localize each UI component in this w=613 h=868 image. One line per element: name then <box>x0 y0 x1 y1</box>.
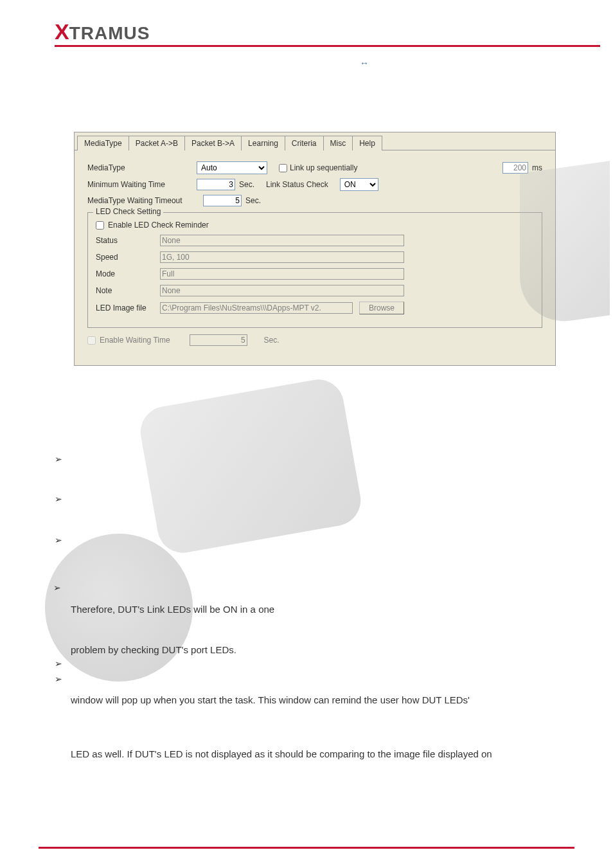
input-mt-timeout[interactable] <box>203 195 242 206</box>
body-line-3: window will pop up when you start the ta… <box>71 693 470 707</box>
group-title-led: LED Check Setting <box>93 207 163 216</box>
label-enable-led: Enable LED Check Reminder <box>108 221 209 230</box>
bullet-icon: ➢ <box>53 583 61 593</box>
checkbox-link-up-seq[interactable] <box>279 164 287 172</box>
body-line-1: Therefore, DUT's Link LEDs will be ON in… <box>71 602 274 616</box>
label-mediatype: MediaType <box>87 163 197 172</box>
label-min-wait: Minimum Waiting Time <box>87 180 197 189</box>
bullet-icon: ➢ <box>55 658 62 669</box>
row-mediatype: MediaType Auto Link up sequentially ms <box>75 159 555 176</box>
unit-sec-1: Sec. <box>239 180 254 189</box>
settings-dialog: MediaType Packet A->B Packet B->A Learni… <box>74 132 556 366</box>
input-note <box>160 285 404 296</box>
input-min-wait[interactable] <box>197 179 235 190</box>
row-mt-timeout: MediaType Waiting Timeout Sec. <box>75 193 555 208</box>
tab-bar: MediaType Packet A->B Packet B->A Learni… <box>75 132 555 150</box>
body-line-4: LED as well. If DUT's LED is not display… <box>71 747 492 761</box>
tab-mediatype[interactable]: MediaType <box>77 136 129 150</box>
arrow-symbol: ↔ <box>360 58 369 68</box>
logo-rest: TRAMUS <box>69 23 150 43</box>
select-link-status[interactable]: ON <box>340 178 378 191</box>
checkbox-enable-wait <box>87 336 96 345</box>
brand-logo: XTRAMUS <box>55 19 150 44</box>
tab-help[interactable]: Help <box>352 136 382 150</box>
input-mode <box>160 268 404 280</box>
unit-ms: ms <box>532 163 542 172</box>
tab-criteria[interactable]: Criteria <box>285 136 324 150</box>
label-mode: Mode <box>96 269 160 278</box>
input-status <box>160 235 404 246</box>
label-note: Note <box>96 286 160 295</box>
tab-misc[interactable]: Misc <box>323 136 353 150</box>
bullet-icon: ➢ <box>55 535 62 545</box>
label-link-status: Link Status Check <box>266 180 328 189</box>
body-line-2: problem by checking DUT's port LEDs. <box>71 643 236 656</box>
bullet-icon: ➢ <box>55 494 62 504</box>
bullet-icon: ➢ <box>55 454 62 464</box>
footer-divider <box>39 847 574 849</box>
label-speed: Speed <box>96 253 160 262</box>
input-enable-wait <box>190 334 247 346</box>
tab-packet-ab[interactable]: Packet A->B <box>129 136 185 150</box>
group-led-check: LED Check Setting Enable LED Check Remin… <box>87 212 542 328</box>
unit-sec-3: Sec. <box>264 336 280 345</box>
tab-packet-ba[interactable]: Packet B->A <box>184 136 242 150</box>
label-mt-timeout: MediaType Waiting Timeout <box>87 196 203 205</box>
label-status: Status <box>96 236 160 245</box>
label-link-up-seq: Link up sequentially <box>290 163 357 172</box>
tab-learning[interactable]: Learning <box>241 136 285 150</box>
label-led-image: LED Image file <box>96 303 160 312</box>
input-ms[interactable] <box>502 162 528 174</box>
bullet-icon: ➢ <box>55 674 62 684</box>
browse-button[interactable]: Browse <box>359 302 404 314</box>
input-led-image <box>160 302 353 314</box>
row-min-wait: Minimum Waiting Time Sec. Link Status Ch… <box>75 176 555 193</box>
watermark-shape <box>136 375 364 557</box>
label-enable-wait: Enable Waiting Time <box>100 336 170 345</box>
select-mediatype[interactable]: Auto <box>197 161 267 174</box>
unit-sec-2: Sec. <box>245 196 261 205</box>
input-speed <box>160 251 404 263</box>
logo-x: X <box>55 19 69 44</box>
checkbox-enable-led[interactable] <box>96 221 104 230</box>
header-divider <box>55 45 600 47</box>
row-enable-wait: Enable Waiting Time Sec. <box>87 334 542 346</box>
